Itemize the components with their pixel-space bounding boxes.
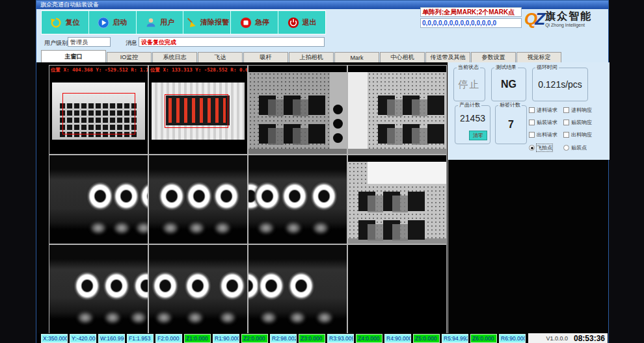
desktop: 旗众亮通自动贴装设备 复位 启动 用户 清除报警 急停 [0,0,644,343]
checkbox-icon [529,120,535,125]
tab-main-window[interactable]: 主窗口 [41,50,106,62]
estop-label: 急停 [255,18,269,27]
checkbox-icon [563,132,569,138]
tab-top-camera[interactable]: 上拍相机 [289,52,334,62]
current-state-value: 停止 [454,68,485,101]
axis-field-z3: Z3:0.000 [299,334,325,343]
checkbox-icon [529,132,535,138]
estop-button[interactable]: 急停 [231,11,278,34]
mark-config-box: 单阵列;全局MARK;2个MARK点 [420,7,522,17]
camera-view-fly-shot-1[interactable]: 位置 X: 404.368 Y: -529.512 R: 1.110 [49,66,148,154]
product-count-value: 21453 [455,110,490,127]
clear-count-button[interactable]: 清零 [469,131,487,140]
checkbox-mount-response[interactable]: 贴装响应 [563,119,592,126]
tab-suction-rod[interactable]: 吸杆 [243,52,288,62]
cycle-time-value: 0.121s/pcs [533,68,587,101]
axis-field-y: Y:-420.000 [70,334,96,343]
axis-field-r3: R3:93.009 [327,334,354,343]
checkbox-icon [563,120,569,125]
logo-subtitle: Qi Zhong Intelligent [545,23,592,27]
axis-field-f1: F1:1.953 [127,334,154,343]
user-level-label: 用户级别 [44,39,68,47]
estop-icon [240,17,252,29]
version-text: V1.0.0.0 [546,335,568,342]
checkbox-discharge-response[interactable]: 出料响应 [563,131,592,138]
radio-fly-shot-point[interactable]: 飞拍点 [529,144,552,151]
exit-label: 退出 [302,18,317,27]
status-bar: X:350.000 Y:-420.000 W:160.996 F1:1.953 … [36,333,608,343]
axis-field-w: W:160.996 [98,334,125,343]
test-result-value: NG [492,68,526,101]
start-button[interactable]: 启动 [89,11,137,34]
camera-view-nozzles-1[interactable] [49,155,148,244]
detection-rect [165,94,228,128]
tab-parameter-settings[interactable]: 参数设置 [471,52,516,62]
position-overlay-2: 位置 X: 133.313 Y: -528.552 R: 0.691 [150,67,247,73]
axis-field-r2: R2:98.002 [270,334,297,343]
checkbox-icon [563,107,569,113]
axis-field-z6: Z6:0.000 [470,334,497,343]
current-state-group: 当前状态 停止 [453,68,485,101]
axis-field-z5: Z5:0.000 [413,334,440,343]
exit-button[interactable]: 退出 [278,11,325,34]
axis-field-r6: R6:90.000 [499,334,526,343]
reset-label: 复位 [65,18,79,27]
logo-name: 旗众智能 [545,11,592,21]
camera-view-nozzles-4[interactable] [49,245,148,333]
axis-field-r5: R5:94.992 [442,334,468,343]
product-count-label: 产品计数 [458,102,481,108]
axis-field-r1: R1:90.000 [213,334,239,343]
checkbox-discharge-request[interactable]: 出料请求 [529,131,557,138]
power-icon [288,17,299,29]
tab-bar: 主窗口 IO监控 系统日志 飞达 吸杆 上拍相机 Mark 中心相机 传送带及其… [41,50,606,63]
reset-button[interactable]: 复位 [42,11,89,34]
checkbox-mount-request[interactable]: 贴装请求 [529,119,557,126]
axis-field-z2: Z2:0.000 [241,334,268,343]
axis-field-z4: Z4:0.000 [356,334,382,343]
tab-feeder[interactable]: 飞达 [198,52,243,62]
camera-view-pcb-2[interactable] [348,66,446,154]
tab-conveyor-others[interactable]: 传送带及其他 [425,52,470,62]
start-icon [98,17,109,29]
tab-center-camera[interactable]: 中心相机 [380,52,425,62]
camera-view-nozzles-3[interactable] [248,155,347,244]
tab-system-log[interactable]: 系统日志 [152,52,197,62]
reset-icon [50,17,62,29]
label-count-group: 标签计数 7 [495,105,527,144]
camera-view-nozzles-2[interactable] [149,155,247,244]
message-label: 消息 [126,39,137,47]
camera-view-nozzles-5[interactable] [149,245,247,333]
clear-alarm-button[interactable]: 清除报警 [183,11,231,34]
tab-io-monitor[interactable]: IO监控 [107,52,152,62]
user-level-field[interactable]: 管理员 [68,37,111,47]
cycle-time-group: 循环时间 0.121s/pcs [532,68,588,101]
window-title: 旗众亮通自动贴装设备 [40,1,99,8]
camera-view-nozzles-6[interactable] [248,245,347,333]
camera-view-pcb-1[interactable] [248,66,347,154]
user-button[interactable]: 用户 [137,11,184,34]
user-icon [145,17,157,29]
radio-icon [529,145,535,151]
checkbox-feed-response[interactable]: 进料响应 [563,107,592,114]
user-bar: 用户级别 管理员 消息 设备复位完成 [36,36,608,49]
tab-vision-calibration[interactable]: 视觉标定 [517,52,561,62]
camera-view-fly-shot-2[interactable]: 位置 X: 133.313 Y: -528.552 R: 0.691 [149,66,247,154]
clear-alarm-label: 清除报警 [200,18,229,27]
axis-field-f2: F2:0.000 [155,334,182,343]
mark-values-box: 0,0,0,0,0,0,0,0,0,0,0,0,0,0 [420,18,522,28]
main-toolbar: 复位 启动 用户 清除报警 急停 退出 [41,10,326,34]
radio-mount-point[interactable]: 贴装点 [563,144,587,151]
message-field: 设备复位完成 [139,37,325,47]
start-label: 启动 [113,18,127,27]
test-result-group: 测试结果 NG [491,68,526,101]
company-logo: QZ 旗众智能 Qi Zhong Intelligent [524,6,608,32]
window-titlebar[interactable]: 旗众亮通自动贴装设备 [36,1,608,9]
camera-view-pcb-3[interactable] [348,155,446,244]
product-count-group: 产品计数 21453 清零 [455,105,490,144]
tab-mark[interactable]: Mark [334,52,379,62]
camera-view-empty[interactable] [348,245,446,333]
status-panel: 当前状态 停止 测试结果 NG 循环时间 0.121s/pcs 产品计数 214… [448,62,610,160]
detection-rect [62,93,135,134]
app-window: 旗众亮通自动贴装设备 复位 启动 用户 清除报警 急停 [36,0,609,343]
checkbox-feed-request[interactable]: 进料请求 [529,107,557,114]
